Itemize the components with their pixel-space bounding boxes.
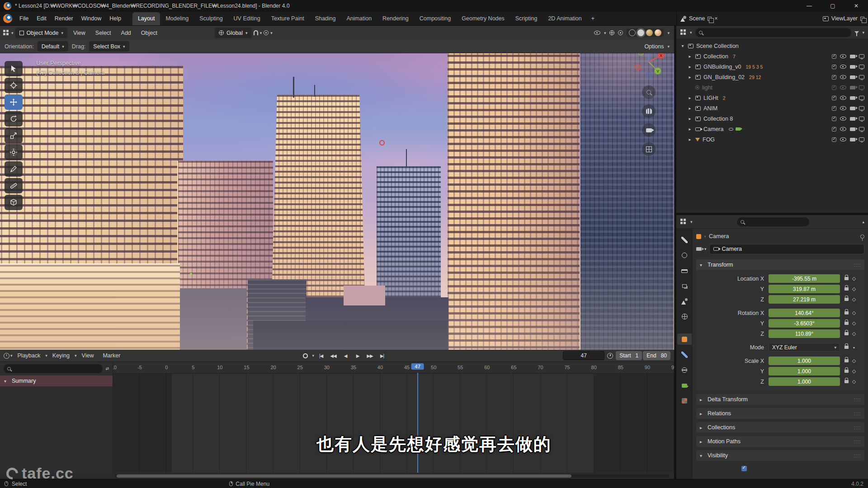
viewport-menu-view[interactable]: View bbox=[69, 26, 90, 40]
timeline-ruler[interactable]: -10-505101520253035404550556065707580859… bbox=[113, 362, 674, 374]
checkbox-checked-icon[interactable] bbox=[741, 466, 747, 471]
3d-viewport[interactable]: ▾ Object Mode ▾ View Select Add Object G… bbox=[0, 26, 674, 350]
breadcrumb-object-name[interactable]: Camera bbox=[709, 233, 729, 239]
disable-viewport-icon[interactable] bbox=[859, 96, 864, 100]
tool-annotate-button[interactable] bbox=[5, 161, 23, 177]
properties-tab-object[interactable] bbox=[677, 333, 692, 345]
next-keyframe-button[interactable]: ▶▶ bbox=[364, 351, 375, 360]
playhead-label[interactable]: 47 bbox=[411, 363, 424, 370]
disable-render-icon[interactable] bbox=[850, 138, 855, 141]
zoom-button[interactable] bbox=[642, 85, 656, 99]
selectable-checkbox-icon[interactable] bbox=[832, 65, 836, 69]
selectable-checkbox-icon[interactable] bbox=[832, 96, 836, 100]
shading-solid-icon[interactable] bbox=[637, 29, 644, 36]
current-frame-field[interactable]: 47 bbox=[563, 351, 604, 360]
keyframe-diamond-icon[interactable]: ◇ bbox=[850, 368, 858, 374]
disclosure-right-icon[interactable]: ▸ bbox=[687, 116, 693, 121]
properties-tab-tool[interactable] bbox=[677, 234, 692, 245]
properties-tab-viewlayer[interactable] bbox=[677, 280, 692, 291]
camera-icon[interactable] bbox=[696, 247, 702, 251]
lock-icon[interactable] bbox=[844, 311, 849, 314]
workspace-tab-scripting[interactable]: Scripting bbox=[510, 12, 543, 25]
tool-select-button[interactable] bbox=[5, 61, 23, 76]
selectable-checkbox-icon[interactable] bbox=[832, 137, 836, 142]
lock-icon[interactable] bbox=[844, 298, 849, 301]
menu-edit[interactable]: Edit bbox=[33, 12, 51, 25]
properties-tab-data[interactable] bbox=[677, 380, 692, 391]
workspace-tab-texture-paint[interactable]: Texture Paint bbox=[266, 12, 310, 25]
snap-magnet-icon[interactable] bbox=[254, 30, 258, 35]
menu-window[interactable]: Window bbox=[77, 12, 105, 25]
visibility-eye-icon[interactable] bbox=[594, 31, 600, 35]
outliner[interactable]: ▾ ▾ ▾Scene Collection▸Collection7▸GNBuil… bbox=[676, 26, 868, 213]
selectable-checkbox-icon[interactable] bbox=[832, 106, 836, 111]
timeline-menu-playback[interactable]: Playback bbox=[14, 349, 45, 362]
lock-icon[interactable] bbox=[844, 322, 849, 325]
frame-start-field[interactable]: Start 1 bbox=[616, 351, 642, 360]
keyframe-diamond-icon[interactable]: ◇ bbox=[850, 331, 858, 337]
hide-eye-icon[interactable] bbox=[840, 96, 846, 100]
tool-add-cube-button[interactable] bbox=[5, 195, 23, 210]
workspace-tab-compositing[interactable]: Compositing bbox=[414, 12, 456, 25]
property-value-slider[interactable]: 27.219 m bbox=[769, 295, 840, 304]
new-scene-icon[interactable] bbox=[708, 17, 712, 21]
filter-funnel-icon[interactable] bbox=[854, 31, 859, 34]
property-value-slider[interactable]: 140.64° bbox=[769, 309, 840, 317]
camera-view-button[interactable] bbox=[642, 123, 656, 137]
property-value-slider[interactable]: 319.87 m bbox=[769, 285, 840, 293]
transform-panel-header[interactable]: ▾ Transform :::: bbox=[696, 259, 864, 270]
workspace-tab-uv-editing[interactable]: UV Editing bbox=[228, 12, 266, 25]
pan-button[interactable] bbox=[642, 104, 656, 118]
drag-dots-icon[interactable]: :::: bbox=[854, 263, 861, 267]
options-dropdown[interactable]: Options bbox=[644, 43, 664, 50]
previous-keyframe-button[interactable]: ◀◀ bbox=[328, 351, 339, 360]
lock-icon[interactable] bbox=[844, 380, 849, 383]
new-view-layer-icon[interactable] bbox=[860, 17, 864, 21]
property-value-slider[interactable]: 110.89° bbox=[769, 329, 840, 338]
play-reverse-button[interactable]: ◀ bbox=[340, 351, 351, 360]
mode-dropdown[interactable]: Object Mode ▾ bbox=[15, 28, 67, 38]
hide-eye-icon[interactable] bbox=[840, 127, 846, 131]
keyframe-diamond-icon[interactable]: ◇ bbox=[850, 379, 858, 385]
disable-render-icon[interactable] bbox=[850, 117, 855, 121]
show-gizmo-icon[interactable] bbox=[609, 30, 614, 35]
workspace-tab-sculpting[interactable]: Sculpting bbox=[194, 12, 228, 25]
orientation-setting-dropdown[interactable]: Default ▾ bbox=[38, 41, 68, 52]
jump-to-end-button[interactable]: ▶| bbox=[377, 351, 387, 360]
disclosure-right-icon[interactable]: ▸ bbox=[687, 137, 693, 142]
keyframe-diamond-icon[interactable]: ◇ bbox=[850, 296, 858, 302]
menu-render[interactable]: Render bbox=[51, 12, 77, 25]
view-layer-name[interactable]: ViewLayer bbox=[831, 15, 858, 22]
tool-scale-button[interactable] bbox=[5, 128, 23, 143]
keyframe-diamond-icon[interactable]: ◇ bbox=[850, 286, 858, 292]
use-preview-range-icon[interactable] bbox=[607, 353, 613, 359]
workspace-tab-2d-animation[interactable]: 2D Animation bbox=[542, 12, 587, 25]
workspace-tab-geometry-nodes[interactable]: Geometry Nodes bbox=[456, 12, 509, 25]
viewport-menu-select[interactable]: Select bbox=[91, 26, 115, 40]
blender-menu-icon[interactable] bbox=[3, 14, 12, 23]
add-workspace-button[interactable]: + bbox=[587, 12, 599, 25]
hide-eye-icon[interactable] bbox=[840, 54, 846, 58]
editor-clock-icon[interactable] bbox=[4, 353, 9, 359]
tool-measure-button[interactable] bbox=[5, 178, 23, 193]
disclosure-right-icon[interactable]: ▸ bbox=[687, 95, 693, 100]
drag-setting-dropdown[interactable]: Select Box ▾ bbox=[89, 41, 129, 52]
outliner-row-scene-collection[interactable]: ▾Scene Collection bbox=[676, 41, 868, 51]
disable-render-icon[interactable] bbox=[850, 96, 855, 100]
menu-help[interactable]: Help bbox=[105, 12, 125, 25]
outliner-row-fog[interactable]: ▸FOG bbox=[676, 134, 868, 145]
disclosure-right-icon[interactable]: ▸ bbox=[687, 127, 693, 131]
timeline-menu-view[interactable]: View bbox=[78, 349, 98, 362]
outliner-row-camera[interactable]: ▸Camera bbox=[676, 124, 868, 134]
animate-dot-icon[interactable]: • bbox=[850, 345, 858, 350]
hide-eye-icon[interactable] bbox=[840, 65, 846, 69]
disable-viewport-icon[interactable] bbox=[859, 85, 864, 89]
outliner-search-input[interactable] bbox=[695, 28, 852, 37]
orthographic-toggle-button[interactable] bbox=[642, 142, 656, 156]
viewport-menu-add[interactable]: Add bbox=[117, 26, 135, 40]
workspace-tab-modeling[interactable]: Modeling bbox=[160, 12, 194, 25]
lock-icon[interactable] bbox=[844, 287, 849, 291]
hide-eye-icon[interactable] bbox=[840, 75, 846, 79]
disclosure-right-icon[interactable]: ▸ bbox=[687, 54, 693, 59]
disable-viewport-icon[interactable] bbox=[859, 75, 864, 79]
